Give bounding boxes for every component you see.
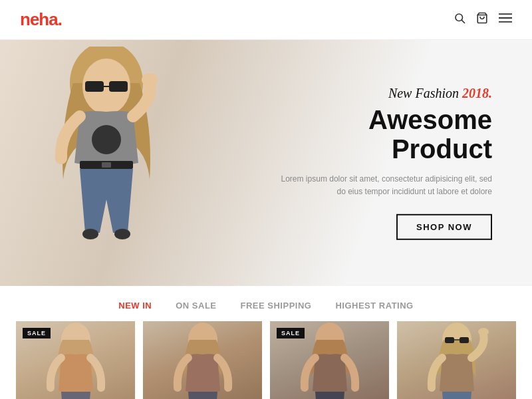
tab-free-shipping[interactable]: FREE SHIPPING (241, 301, 312, 311)
logo[interactable]: neha. (20, 9, 62, 30)
hero-year: 2018. (462, 86, 492, 100)
tab-on-sale[interactable]: ON SALE (176, 301, 216, 311)
hero-content: New Fashion 2018. Awesome Product Lorem … (279, 86, 492, 240)
product-card-2[interactable] (143, 321, 262, 399)
svg-point-12 (142, 73, 158, 86)
svg-rect-9 (109, 81, 128, 92)
svg-point-24 (478, 328, 489, 336)
logo-text: neha (20, 9, 58, 29)
sale-badge-3: SALE (277, 328, 305, 338)
product-card-3[interactable]: SALE (270, 321, 389, 399)
products-grid: SALE SALE (0, 321, 532, 399)
header-icons (454, 12, 512, 27)
product-image-4 (397, 321, 516, 399)
bag-icon[interactable] (476, 12, 488, 27)
svg-point-11 (92, 125, 121, 154)
sale-badge-1: SALE (23, 328, 51, 338)
menu-icon[interactable] (499, 12, 512, 27)
logo-dot: . (58, 9, 62, 29)
search-icon[interactable] (454, 12, 466, 27)
tab-new-in[interactable]: NEW IN (118, 301, 152, 311)
hero-subtitle: New Fashion 2018. (279, 86, 492, 101)
product-tabs: NEW IN ON SALE FREE SHIPPING HIGHEST RAT… (0, 286, 532, 321)
svg-rect-8 (85, 81, 104, 92)
header: neha. (0, 0, 532, 40)
hero-description: Lorem ipsum dolor sit amet, consectetur … (279, 173, 492, 198)
hero-model (13, 47, 206, 286)
product-image-2 (143, 321, 262, 399)
hero-title: Awesome Product (279, 105, 492, 164)
svg-point-16 (114, 229, 130, 239)
shop-now-button[interactable]: SHOP NOW (396, 214, 492, 240)
tab-highest-rating[interactable]: HIGHEST RATING (335, 301, 413, 311)
product-card-4[interactable] (397, 321, 516, 399)
hero-section: New Fashion 2018. Awesome Product Lorem … (0, 40, 532, 286)
svg-line-1 (462, 20, 464, 23)
product-card-1[interactable]: SALE (16, 321, 135, 399)
svg-rect-14 (102, 162, 111, 168)
svg-point-15 (82, 229, 98, 239)
svg-rect-21 (445, 337, 454, 343)
svg-rect-22 (460, 337, 469, 343)
